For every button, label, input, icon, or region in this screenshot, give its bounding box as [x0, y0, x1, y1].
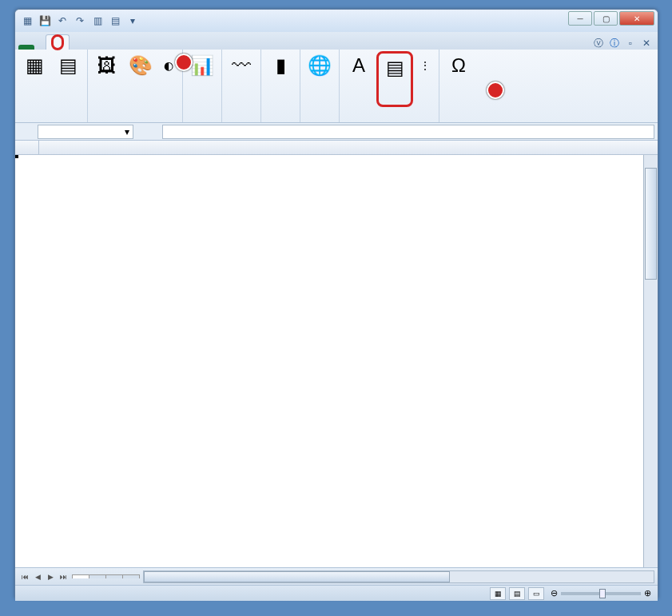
group-label [304, 121, 336, 122]
symbols-button[interactable]: Ω [443, 51, 475, 107]
pivot-icon: ▦ [22, 53, 47, 78]
ribbon-body: ▦ ▤ 🖼 🎨 ◐ 📊 〰 ▮ [15, 50, 658, 123]
qat-icon[interactable]: ▥ [90, 14, 105, 28]
text-dropdown[interactable]: ⋮ [415, 51, 435, 107]
sheet-tab-table[interactable] [89, 574, 106, 578]
undo-icon[interactable]: ↶ [55, 14, 70, 28]
chart-icon: 📊 [189, 53, 215, 78]
table-button[interactable]: ▤ [52, 51, 84, 107]
annotation-badge-1 [175, 54, 193, 71]
view-layout-icon[interactable]: ▤ [509, 587, 525, 600]
column-headers [15, 141, 658, 155]
titlebar: ▦ 💾 ↶ ↷ ▥ ▤ ▾ ─ ▢ ✕ [15, 10, 658, 32]
dropdown-icon[interactable]: ▾ [125, 127, 129, 137]
group-label [264, 121, 296, 122]
hyperlink-icon: 🌐 [307, 53, 332, 78]
help-area: ⓥ ⓘ ▫ ✕ [592, 35, 658, 50]
spreadsheet-grid[interactable] [15, 141, 658, 567]
textbox-icon: А [346, 53, 372, 78]
symbol-icon: Ω [446, 53, 471, 78]
window-controls: ─ ▢ ✕ [568, 11, 654, 26]
clipart-icon: 🎨 [128, 53, 153, 78]
sheet-tab-output[interactable] [122, 574, 140, 578]
clipart-button[interactable]: 🎨 [125, 51, 157, 107]
ribbon-tabs: ⓥ ⓘ ▫ ✕ [15, 32, 658, 50]
ribbon-group-tables: ▦ ▤ [15, 50, 88, 122]
highlight-insert [51, 34, 64, 50]
headerfooter-icon: ▤ [382, 55, 408, 81]
excel-icon: ▦ [20, 14, 34, 28]
ribbon-group-text: А ▤ ⋮ [340, 50, 439, 122]
header-footer-button[interactable]: ▤ [376, 51, 413, 107]
sheet-tab-products[interactable] [72, 574, 89, 578]
redo-icon[interactable]: ↷ [73, 14, 87, 28]
group-label [18, 121, 84, 122]
slicer-button[interactable]: ▮ [264, 51, 296, 107]
minimize-ribbon-icon[interactable]: ⓥ [592, 37, 605, 50]
zoom-slider[interactable] [561, 592, 641, 595]
window-close-icon[interactable]: ✕ [640, 37, 653, 50]
qat-dropdown-icon[interactable]: ▾ [125, 14, 140, 28]
vertical-scrollbar[interactable] [643, 155, 658, 567]
textbox-button[interactable]: А [343, 51, 375, 107]
sparkline-icon: 〰 [229, 53, 254, 78]
qat-icon[interactable]: ▤ [108, 14, 122, 28]
formula-bar-row: ▾ [15, 123, 658, 141]
quick-access-toolbar: ▦ 💾 ↶ ↷ ▥ ▤ ▾ [15, 14, 140, 28]
app-window: ▦ 💾 ↶ ↷ ▥ ▤ ▾ ─ ▢ ✕ ⓥ ⓘ ▫ ✕ [14, 9, 658, 598]
window-restore-icon[interactable]: ▫ [624, 37, 637, 50]
first-sheet-icon[interactable]: ⏮ [18, 570, 31, 583]
select-all-corner[interactable] [15, 141, 39, 154]
scroll-thumb[interactable] [645, 168, 657, 280]
scroll-thumb[interactable] [144, 571, 450, 582]
close-button[interactable]: ✕ [619, 11, 654, 26]
formula-bar[interactable] [162, 125, 654, 139]
selection-box [15, 155, 18, 158]
maximize-button[interactable]: ▢ [594, 11, 618, 26]
hyperlink-button[interactable]: 🌐 [304, 51, 336, 107]
sparklines-button[interactable]: 〰 [225, 51, 257, 107]
group-label [443, 112, 475, 122]
group-label [91, 121, 179, 122]
ribbon-group-links: 🌐 [300, 50, 340, 122]
ribbon-group-filter: ▮ [261, 50, 300, 122]
sheet-nav: ⏮ ◀ ▶ ⏭ [15, 570, 73, 583]
save-icon[interactable]: 💾 [38, 14, 52, 28]
name-box[interactable]: ▾ [38, 125, 133, 139]
slider-thumb[interactable] [599, 589, 606, 598]
view-normal-icon[interactable]: ▦ [490, 587, 506, 600]
prev-sheet-icon[interactable]: ◀ [31, 570, 44, 583]
zoom-out-icon[interactable]: ⊖ [551, 588, 558, 598]
sheet-tab-calc[interactable] [105, 574, 123, 578]
group-label [186, 112, 218, 122]
view-pagebreak-icon[interactable]: ▭ [528, 587, 544, 600]
horizontal-scrollbar[interactable] [143, 570, 654, 583]
table-icon: ▤ [55, 53, 81, 78]
zoom-in-icon[interactable]: ⊕ [644, 588, 651, 598]
picture-button[interactable]: 🖼 [91, 51, 123, 107]
annotation-badge-2 [487, 81, 504, 99]
slicer-icon: ▮ [268, 53, 293, 78]
ribbon-group-illustrations: 🖼 🎨 ◐ [88, 50, 183, 122]
ribbon-group-symbols: Ω [439, 50, 478, 122]
picture-icon: 🖼 [94, 53, 120, 78]
sheet-tab-bar: ⏮ ◀ ▶ ⏭ [15, 567, 658, 585]
last-sheet-icon[interactable]: ⏭ [57, 570, 70, 583]
ribbon-group-sparklines: 〰 [222, 50, 261, 122]
group-label [343, 121, 435, 122]
shapes-icon: ◐ [161, 53, 176, 78]
minimize-button[interactable]: ─ [568, 11, 592, 26]
status-bar: ▦ ▤ ▭ ⊖ ⊕ [15, 585, 658, 601]
tab-insert[interactable] [46, 34, 70, 50]
next-sheet-icon[interactable]: ▶ [44, 570, 57, 583]
help-icon[interactable]: ⓘ [608, 37, 621, 50]
more-icon: ⋮ [418, 53, 432, 78]
group-label [225, 112, 257, 122]
pivot-table-button[interactable]: ▦ [18, 51, 50, 107]
